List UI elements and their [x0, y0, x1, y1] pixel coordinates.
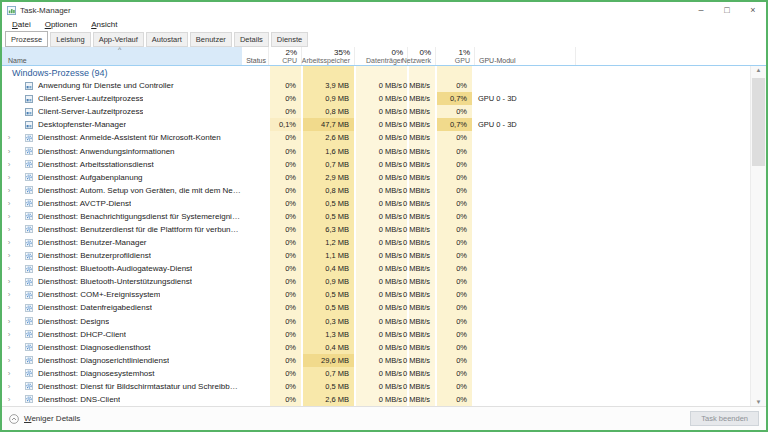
row-filler — [575, 79, 766, 92]
row-filler — [575, 144, 766, 157]
row-filler — [575, 288, 766, 301]
column-header-status[interactable]: Status — [242, 47, 268, 65]
table-row[interactable]: ›Diensthost: Diagnosediensthost0%0,4 MB0… — [2, 341, 766, 354]
table-row[interactable]: Client-Server-Laufzeitprozess0%0,8 MB0 M… — [2, 105, 766, 118]
table-row[interactable]: ›Diensthost: Benutzerprofildienst0%1,1 M… — [2, 249, 766, 262]
table-row[interactable]: ›Diensthost: Benachrichtigungsdienst für… — [2, 210, 766, 223]
table-row[interactable]: ›Diensthost: DNS-Client0%2,6 MB0 MB/s0 M… — [2, 393, 766, 406]
column-header-disk[interactable]: 0%Datenträger — [354, 47, 407, 65]
expand-chevron-icon[interactable]: › — [2, 343, 16, 352]
expand-chevron-icon[interactable]: › — [2, 133, 16, 142]
expand-chevron-icon[interactable]: › — [2, 395, 16, 404]
process-name-cell: Client-Server-Laufzeitprozess — [2, 105, 242, 118]
tab-prozesse[interactable]: Prozesse — [5, 31, 48, 47]
group-header-row[interactable]: Windows-Prozesse (94) — [2, 66, 766, 79]
table-row[interactable]: ›Diensthost: Anwendungsinformationen0%1,… — [2, 144, 766, 157]
tab-autostart[interactable]: Autostart — [146, 32, 188, 47]
row-filler — [575, 275, 766, 288]
row-filler — [575, 328, 766, 341]
status-cell — [242, 105, 268, 118]
expand-chevron-icon[interactable]: › — [2, 225, 16, 234]
maximize-button[interactable]: □ — [714, 2, 740, 18]
expand-chevron-icon[interactable]: › — [2, 317, 16, 326]
expand-chevron-icon[interactable]: › — [2, 330, 16, 339]
gpu-module-cell — [474, 197, 575, 210]
table-row[interactable]: ›Diensthost: Datenfreigabedienst0%0,5 MB… — [2, 301, 766, 314]
expand-chevron-icon[interactable]: › — [2, 173, 16, 182]
table-row[interactable]: ›Diensthost: Benutzerdienst für die Plat… — [2, 223, 766, 236]
column-header-network[interactable]: 0%Netzwerk — [407, 47, 435, 65]
menu-item-ansicht[interactable]: Ansicht — [84, 20, 124, 29]
expand-chevron-icon[interactable]: › — [2, 212, 16, 221]
row-filler — [575, 262, 766, 275]
table-row[interactable]: ›Diensthost: Dienst für Bildschirmtastat… — [2, 380, 766, 393]
expand-chevron-icon[interactable]: › — [2, 290, 16, 299]
memory-cell: 0,9 MB — [301, 275, 354, 288]
minimize-button[interactable]: – — [688, 2, 714, 18]
vertical-scrollbar[interactable]: ▲ ▼ — [750, 66, 766, 406]
network-cell: 0 MBit/s — [407, 118, 435, 131]
tab-benutzer[interactable]: Benutzer — [190, 32, 232, 47]
tab-app-verlauf[interactable]: App-Verlauf — [93, 32, 144, 47]
expand-chevron-icon[interactable]: › — [2, 160, 16, 169]
expand-chevron-icon[interactable]: › — [2, 238, 16, 247]
process-name-label: Diensthost: Diagnoserichtliniendienst — [38, 356, 169, 365]
table-row[interactable]: ›Diensthost: Diagnosesystemhost0%0,7 MB0… — [2, 367, 766, 380]
app-window-icon — [25, 82, 33, 90]
expand-chevron-icon[interactable]: › — [2, 264, 16, 273]
expand-chevron-icon[interactable]: › — [2, 382, 16, 391]
table-row[interactable]: ›Diensthost: DHCP-Client0%1,3 MB0 MB/s0 … — [2, 328, 766, 341]
gpu-module-cell — [474, 341, 575, 354]
table-row[interactable]: Desktopfenster-Manager0,1%47,7 MB0 MB/s0… — [2, 118, 766, 131]
scrollbar-down-icon[interactable]: ▼ — [751, 399, 766, 405]
column-header-gpu[interactable]: 1%GPU — [435, 47, 474, 65]
expand-chevron-icon[interactable]: › — [2, 199, 16, 208]
table-row[interactable]: ›Diensthost: Designs0%0,3 MB0 MB/s0 MBit… — [2, 314, 766, 327]
column-header-memory[interactable]: 35%Arbeitsspeicher — [301, 47, 354, 65]
close-button[interactable]: × — [740, 2, 766, 18]
disk-cell: 0 MB/s — [354, 92, 407, 105]
network-cell: 0 MBit/s — [407, 249, 435, 262]
column-header-name[interactable]: ^ Name — [2, 47, 242, 65]
expand-chevron-icon[interactable]: › — [2, 369, 16, 378]
table-row[interactable]: ›Diensthost: Benutzer-Manager0%1,2 MB0 M… — [2, 236, 766, 249]
expand-chevron-icon[interactable]: › — [2, 147, 16, 156]
table-row[interactable]: ›Diensthost: Diagnoserichtliniendienst0%… — [2, 354, 766, 367]
column-header-gpu-module[interactable]: GPU-Modul — [474, 47, 575, 65]
tab-details[interactable]: Details — [234, 32, 269, 47]
table-row[interactable]: ›Diensthost: Aufgabenplanung0%2,9 MB0 MB… — [2, 171, 766, 184]
fewer-details-toggle[interactable]: Weniger Details — [9, 414, 80, 424]
table-row[interactable]: Client-Server-Laufzeitprozess0%0,9 MB0 M… — [2, 92, 766, 105]
menu-item-datei[interactable]: Datei — [5, 20, 38, 29]
table-row[interactable]: ›Diensthost: Anmelde-Assistent für Micro… — [2, 131, 766, 144]
end-task-button[interactable]: Task beenden — [690, 411, 759, 426]
column-header-cpu[interactable]: 2%CPU — [268, 47, 301, 65]
table-row[interactable]: Anwendung für Dienste und Controller0%3,… — [2, 79, 766, 92]
status-cell — [242, 118, 268, 131]
cpu-cell — [268, 66, 301, 79]
expand-chevron-icon[interactable]: › — [2, 186, 16, 195]
process-name-label: Diensthost: Benutzerdienst für die Platt… — [38, 225, 242, 234]
expand-chevron-icon[interactable]: › — [2, 356, 16, 365]
tab-dienste[interactable]: Dienste — [271, 32, 308, 47]
table-row[interactable]: ›Diensthost: Arbeitsstationsdienst0%0,7 … — [2, 158, 766, 171]
table-row[interactable]: ›Diensthost: Bluetooth-Unterstützungsdie… — [2, 275, 766, 288]
table-row[interactable]: ›Diensthost: Bluetooth-Audiogateway-Dien… — [2, 262, 766, 275]
expand-chevron-icon[interactable]: › — [2, 303, 16, 312]
tab-leistung[interactable]: Leistung — [50, 32, 90, 47]
disk-cell: 0 MB/s — [354, 341, 407, 354]
expand-chevron-icon[interactable]: › — [2, 277, 16, 286]
network-cell — [407, 66, 435, 79]
process-name-label: Client-Server-Laufzeitprozess — [38, 94, 143, 103]
menu-item-optionen[interactable]: Optionen — [38, 20, 84, 29]
cpu-cell: 0% — [268, 197, 301, 210]
expand-chevron-icon[interactable]: › — [2, 251, 16, 260]
scrollbar-thumb[interactable] — [752, 78, 765, 166]
gear-icon — [25, 252, 33, 260]
scrollbar-up-icon[interactable]: ▲ — [751, 67, 766, 73]
table-row[interactable]: ›Diensthost: Autom. Setup von Geräten, d… — [2, 184, 766, 197]
memory-cell: 29,6 MB — [301, 354, 354, 367]
table-row[interactable]: ›Diensthost: COM+-Ereignissystem0%0,5 MB… — [2, 288, 766, 301]
table-row[interactable]: ›Diensthost: AVCTP-Dienst0%0,5 MB0 MB/s0… — [2, 197, 766, 210]
status-cell — [242, 131, 268, 144]
